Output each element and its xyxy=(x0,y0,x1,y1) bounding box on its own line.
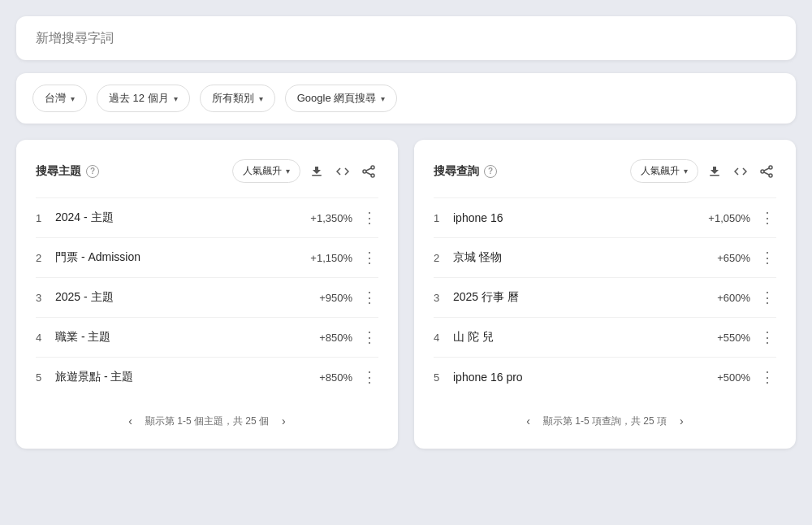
right-panel-sort-label: 人氣飆升 xyxy=(641,164,680,178)
row-value: +1,350% xyxy=(310,212,352,224)
row-label: iphone 16 xyxy=(453,211,708,224)
row-label: 職業 - 主題 xyxy=(55,330,319,345)
right-panel: 搜尋查詢 ? 人氣飆升 ▾ xyxy=(414,140,796,449)
row-number: 3 xyxy=(434,292,453,304)
filter-category-label: 所有類別 xyxy=(212,91,254,106)
left-panel-download-button[interactable] xyxy=(307,162,326,181)
table-row: 5 旅遊景點 - 主題 +850% ⋮ xyxy=(36,357,378,397)
left-panel-prev-button[interactable]: ‹ xyxy=(125,413,136,429)
embed-icon xyxy=(336,165,349,178)
row-menu-icon[interactable]: ⋮ xyxy=(361,368,378,386)
left-panel-sort-button[interactable]: 人氣飆升 ▾ xyxy=(232,159,300,183)
row-number: 2 xyxy=(434,252,453,264)
left-panel: 搜尋主題 ? 人氣飆升 ▾ xyxy=(16,140,398,449)
row-label: 2025 行事 曆 xyxy=(453,290,717,305)
right-panel-actions: 人氣飆升 ▾ xyxy=(630,159,776,183)
svg-point-3 xyxy=(371,174,374,177)
row-menu-icon[interactable]: ⋮ xyxy=(758,368,776,386)
row-label: 山 陀 兒 xyxy=(453,330,717,345)
row-value: +850% xyxy=(319,332,352,344)
row-menu-icon[interactable]: ⋮ xyxy=(361,289,378,306)
left-panel-title: 搜尋主題 xyxy=(36,164,81,179)
search-input[interactable] xyxy=(36,31,776,46)
row-label: iphone 16 pro xyxy=(453,371,717,384)
row-value: +500% xyxy=(717,371,750,384)
row-value: +650% xyxy=(717,252,750,264)
right-panel-download-button[interactable] xyxy=(705,162,724,181)
row-number: 4 xyxy=(434,332,453,344)
right-panel-prev-button[interactable]: ‹ xyxy=(523,413,533,429)
left-panel-embed-button[interactable] xyxy=(333,162,352,181)
right-panel-footer: ‹ 顯示第 1-5 項查詢，共 25 項 › xyxy=(434,413,776,429)
filter-search-type-label: Google 網頁搜尋 xyxy=(297,91,377,106)
embed-icon xyxy=(734,165,747,178)
share-icon xyxy=(362,165,375,178)
table-row: 4 職業 - 主題 +850% ⋮ xyxy=(36,317,378,357)
row-value: +600% xyxy=(717,292,750,304)
filter-category[interactable]: 所有類別 ▾ xyxy=(200,85,275,112)
right-panel-header: 搜尋查詢 ? 人氣飆升 ▾ xyxy=(434,159,776,183)
row-menu-icon[interactable]: ⋮ xyxy=(361,328,378,346)
chevron-down-icon: ▾ xyxy=(259,94,263,103)
row-menu-icon[interactable]: ⋮ xyxy=(758,209,776,227)
svg-point-8 xyxy=(761,170,764,173)
row-label: 2024 - 主題 xyxy=(55,210,310,225)
filter-search-type[interactable]: Google 網頁搜尋 ▾ xyxy=(285,85,398,112)
row-value: +1,050% xyxy=(708,212,750,224)
row-menu-icon[interactable]: ⋮ xyxy=(361,209,378,227)
row-number: 5 xyxy=(36,371,55,384)
filter-region-label: 台灣 xyxy=(45,91,66,106)
right-panel-sort-button[interactable]: 人氣飆升 ▾ xyxy=(630,159,698,183)
search-bar-container xyxy=(16,16,796,60)
right-panel-next-button[interactable]: › xyxy=(676,413,687,429)
svg-point-2 xyxy=(363,170,366,173)
row-number: 1 xyxy=(434,212,453,224)
table-row: 5 iphone 16 pro +500% ⋮ xyxy=(434,357,776,397)
svg-rect-0 xyxy=(312,175,322,176)
right-panel-title: 搜尋查詢 xyxy=(434,164,479,179)
svg-line-5 xyxy=(366,172,371,175)
row-value: +1,150% xyxy=(310,252,352,264)
left-panel-title-group: 搜尋主題 ? xyxy=(36,164,99,179)
row-number: 3 xyxy=(36,292,55,304)
share-icon xyxy=(760,165,773,178)
svg-line-11 xyxy=(764,172,769,175)
table-row: 1 2024 - 主題 +1,350% ⋮ xyxy=(36,197,378,237)
left-panel-help-icon[interactable]: ? xyxy=(86,165,99,178)
table-row: 2 京城 怪物 +650% ⋮ xyxy=(434,237,776,277)
chevron-down-icon: ▾ xyxy=(286,167,290,176)
svg-line-10 xyxy=(764,168,769,171)
left-panel-next-button[interactable]: › xyxy=(279,413,289,429)
filter-period[interactable]: 過去 12 個月 ▾ xyxy=(97,85,190,112)
row-menu-icon[interactable]: ⋮ xyxy=(758,249,776,267)
table-row: 1 iphone 16 +1,050% ⋮ xyxy=(434,197,776,237)
svg-rect-6 xyxy=(710,175,719,176)
row-value: +550% xyxy=(717,332,750,344)
row-label: 旅遊景點 - 主題 xyxy=(55,370,319,384)
row-label: 門票 - Admission xyxy=(55,250,310,265)
row-menu-icon[interactable]: ⋮ xyxy=(758,328,776,346)
filter-period-label: 過去 12 個月 xyxy=(109,91,169,106)
left-panel-footer-text: 顯示第 1-5 個主題，共 25 個 xyxy=(145,414,269,428)
svg-point-1 xyxy=(371,166,374,169)
chevron-down-icon: ▾ xyxy=(381,94,385,103)
filter-region[interactable]: 台灣 ▾ xyxy=(32,85,87,112)
left-panel-sort-label: 人氣飆升 xyxy=(243,164,282,178)
svg-point-7 xyxy=(769,166,772,169)
left-panel-actions: 人氣飆升 ▾ xyxy=(232,159,378,183)
right-panel-title-group: 搜尋查詢 ? xyxy=(434,164,497,179)
right-panel-help-icon[interactable]: ? xyxy=(484,165,497,178)
svg-point-9 xyxy=(769,174,772,177)
row-number: 2 xyxy=(36,252,55,264)
table-row: 3 2025 - 主題 +950% ⋮ xyxy=(36,277,378,317)
chevron-down-icon: ▾ xyxy=(684,167,688,176)
row-menu-icon[interactable]: ⋮ xyxy=(758,289,776,306)
row-value: +850% xyxy=(319,371,352,384)
left-panel-share-button[interactable] xyxy=(359,162,378,181)
row-value: +950% xyxy=(319,292,352,304)
row-number: 4 xyxy=(36,332,55,344)
row-menu-icon[interactable]: ⋮ xyxy=(361,249,378,267)
right-panel-share-button[interactable] xyxy=(757,162,776,181)
right-panel-embed-button[interactable] xyxy=(731,162,750,181)
download-icon xyxy=(708,165,721,178)
